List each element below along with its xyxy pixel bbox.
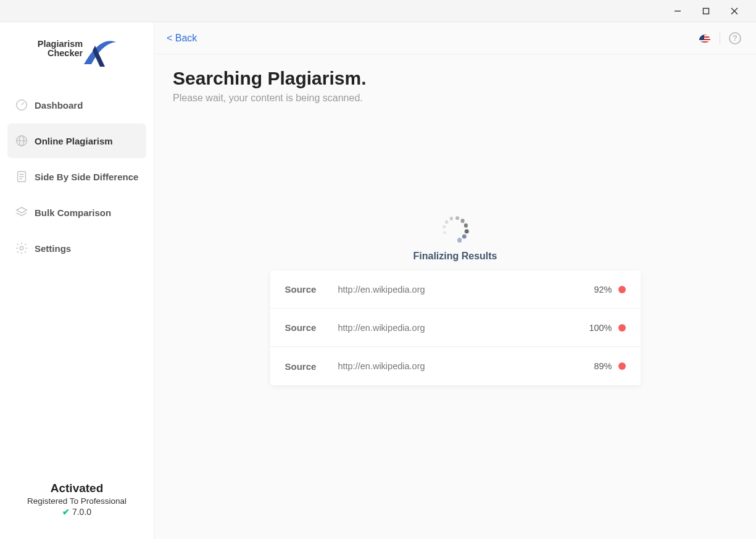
gear-icon: [15, 241, 35, 255]
source-url: http://en.wikipedia.org: [338, 361, 594, 371]
check-icon: ✔: [62, 507, 70, 517]
app-version: ✔ 7.0.0: [6, 507, 147, 517]
logo-swoosh-icon: [84, 40, 116, 69]
results-list: Source http://en.wikipedia.org 92% Sourc…: [270, 270, 641, 385]
source-percent: 100%: [589, 323, 612, 333]
main-area: < Back ? Searching Plagiari: [154, 22, 756, 539]
loading-spinner-icon: [441, 215, 470, 243]
version-text: 7.0.0: [72, 507, 91, 517]
topbar-right: ?: [699, 32, 741, 44]
result-row: Source http://en.wikipedia.org 89%: [270, 347, 641, 385]
sidebar-item-label: Dashboard: [35, 100, 83, 111]
logo-line1: Plagiarism: [38, 39, 83, 49]
page-title: Searching Plagiarism.: [173, 68, 737, 89]
document-icon: [15, 170, 35, 183]
svg-rect-21: [699, 34, 704, 40]
sidebar-item-label: Settings: [35, 243, 71, 254]
logo-line2: Checker: [48, 48, 83, 58]
license-registered: Registered To Professional: [6, 496, 147, 506]
sidebar-item-online-plagiarism[interactable]: Online Plagiarism: [7, 123, 146, 158]
source-label: Source: [285, 322, 338, 333]
status-text: Finalizing Results: [413, 251, 497, 262]
source-percent: 92%: [594, 285, 612, 295]
help-icon[interactable]: ?: [729, 32, 741, 44]
app-logo: Plagiarism Checker: [0, 22, 154, 81]
content: Searching Plagiarism. Please wait, your …: [154, 54, 756, 399]
severity-dot-icon: [618, 324, 626, 332]
sidebar: Plagiarism Checker Dashboard Online Plag…: [0, 22, 154, 539]
severity-dot-icon: [618, 286, 626, 293]
svg-marker-12: [17, 207, 27, 213]
maximize-button[interactable]: [692, 0, 720, 22]
sidebar-item-label: Bulk Comparison: [35, 207, 111, 218]
svg-rect-1: [704, 8, 709, 14]
stack-icon: [15, 206, 35, 219]
topbar: < Back ?: [154, 22, 756, 54]
language-flag-icon[interactable]: [699, 34, 711, 43]
window-titlebar: [0, 0, 756, 22]
sidebar-footer: Activated Registered To Professional ✔ 7…: [0, 482, 154, 539]
gauge-icon: [15, 98, 35, 112]
result-row: Source http://en.wikipedia.org 100%: [270, 309, 641, 347]
svg-point-13: [20, 246, 23, 250]
svg-rect-16: [699, 34, 711, 35]
source-label: Source: [285, 284, 338, 295]
sidebar-item-dashboard[interactable]: Dashboard: [7, 88, 146, 122]
source-percent: 89%: [594, 361, 612, 371]
sidebar-nav: Dashboard Online Plagiarism Side By Side…: [0, 81, 154, 482]
sidebar-item-bulk-comparison[interactable]: Bulk Comparison: [7, 195, 146, 230]
page-subtitle: Please wait, your content is being scann…: [173, 93, 737, 104]
sidebar-item-label: Online Plagiarism: [35, 136, 113, 146]
results-section: Finalizing Results Source http://en.wiki…: [173, 215, 737, 385]
topbar-divider: [720, 32, 720, 44]
sidebar-item-label: Side By Side Difference: [35, 172, 138, 182]
minimize-button[interactable]: [663, 0, 692, 22]
sidebar-item-side-by-side[interactable]: Side By Side Difference: [7, 159, 146, 194]
result-row: Source http://en.wikipedia.org 92%: [270, 270, 641, 309]
source-url: http://en.wikipedia.org: [338, 285, 594, 295]
globe-icon: [15, 134, 35, 148]
source-label: Source: [285, 361, 338, 372]
license-status: Activated: [6, 482, 147, 495]
severity-dot-icon: [618, 362, 626, 370]
svg-rect-19: [699, 41, 711, 43]
close-button[interactable]: [720, 0, 749, 22]
sidebar-item-settings[interactable]: Settings: [7, 231, 146, 265]
source-url: http://en.wikipedia.org: [338, 323, 589, 333]
back-button[interactable]: < Back: [164, 29, 199, 48]
